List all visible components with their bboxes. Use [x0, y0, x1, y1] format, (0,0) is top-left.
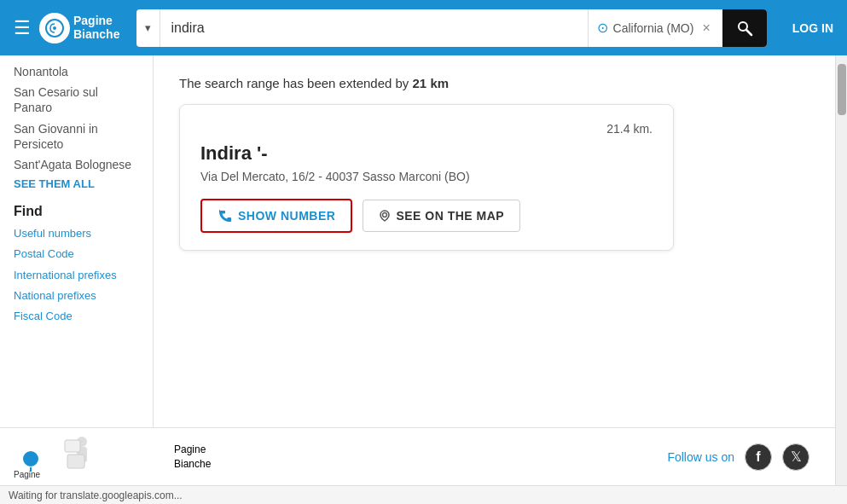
sidebar-link-international-prefixes[interactable]: International prefixes — [14, 268, 139, 283]
footer-follow-area: Follow us on f 𝕏 — [667, 443, 809, 471]
footer-logo-text-line2: Bianche — [174, 457, 211, 472]
header: ☰ Pagine Bianche ▾ ⊙ California (MO) × — [0, 0, 847, 55]
see-all-link[interactable]: SEE THEM ALL — [14, 177, 139, 190]
logo[interactable]: Pagine Bianche — [39, 13, 119, 43]
footer-logo-text-line1: Pagine — [174, 443, 211, 457]
show-number-button[interactable]: SHOW NUMBER — [200, 199, 352, 233]
search-input[interactable] — [160, 9, 587, 47]
clear-location-button[interactable]: × — [699, 20, 713, 36]
sidebar-link-postal-code[interactable]: Postal Code — [14, 246, 139, 262]
search-range-notice: The search range has been extended by 21… — [179, 76, 809, 90]
result-actions: SHOW NUMBER SEE ON THE MAP — [200, 199, 653, 233]
search-dropdown[interactable]: ▾ — [136, 9, 160, 47]
svg-rect-9 — [67, 455, 84, 468]
range-km: 21 km — [413, 76, 450, 90]
result-name: Indira '- — [200, 142, 653, 165]
find-section-title: Find — [14, 204, 139, 219]
dropdown-arrow: ▾ — [145, 21, 151, 34]
scrollbar-thumb[interactable] — [838, 64, 846, 115]
svg-rect-8 — [65, 440, 80, 452]
svg-point-1 — [53, 26, 56, 30]
status-text: Waiting for translate.googleapis.com... — [9, 490, 183, 501]
sidebar-city-1[interactable]: Nonantola — [14, 64, 139, 79]
illustration: Pagine Bianche — [14, 433, 167, 480]
sidebar-link-national-prefixes[interactable]: National prefixes — [14, 288, 139, 304]
facebook-icon[interactable]: f — [745, 443, 772, 471]
sidebar-city-3[interactable]: San Giovanni in Persiceto — [14, 121, 139, 152]
svg-text:Pagine: Pagine — [14, 470, 41, 479]
result-distance: 21.4 km. — [200, 122, 653, 136]
show-number-label: SHOW NUMBER — [238, 209, 335, 223]
status-bar: Waiting for translate.googleapis.com... — [0, 485, 847, 504]
twitter-icon[interactable]: 𝕏 — [782, 443, 809, 471]
hamburger-menu[interactable]: ☰ — [14, 17, 31, 39]
svg-text:Bianche: Bianche — [14, 479, 45, 480]
svg-line-3 — [746, 30, 751, 35]
login-button[interactable]: LOG IN — [792, 21, 833, 35]
logo-icon — [39, 13, 70, 43]
svg-point-5 — [22, 450, 39, 467]
sidebar-city-4[interactable]: Sant'Agata Bolognese — [14, 157, 139, 172]
follow-us-label: Follow us on — [667, 450, 734, 464]
search-submit-button[interactable] — [722, 9, 767, 47]
result-address: Via Del Mercato, 16/2 - 40037 Sasso Marc… — [200, 170, 653, 183]
logo-text: Pagine Bianche — [73, 14, 119, 41]
see-on-map-button[interactable]: SEE ON THE MAP — [363, 200, 520, 232]
svg-point-4 — [383, 213, 387, 217]
footer-logo[interactable]: Pagine Bianche Pagine Bianche — [14, 433, 211, 480]
see-on-map-label: SEE ON THE MAP — [396, 209, 504, 223]
sidebar-link-fiscal-code[interactable]: Fiscal Code — [14, 309, 139, 324]
sidebar-link-useful-numbers[interactable]: Useful numbers — [14, 226, 139, 241]
location-icon: ⊙ — [597, 20, 608, 36]
sidebar-city-2[interactable]: San Cesario sul Panaro — [14, 84, 139, 115]
search-location[interactable]: ⊙ California (MO) × — [588, 9, 722, 47]
footer: Pagine Bianche Pagine Bianche Follow us … — [0, 427, 835, 485]
right-scrollbar[interactable] — [835, 55, 847, 504]
search-bar: ▾ ⊙ California (MO) × — [136, 9, 766, 47]
result-card: 21.4 km. Indira '- Via Del Mercato, 16/2… — [179, 104, 674, 251]
location-value: California (MO) — [613, 21, 694, 35]
